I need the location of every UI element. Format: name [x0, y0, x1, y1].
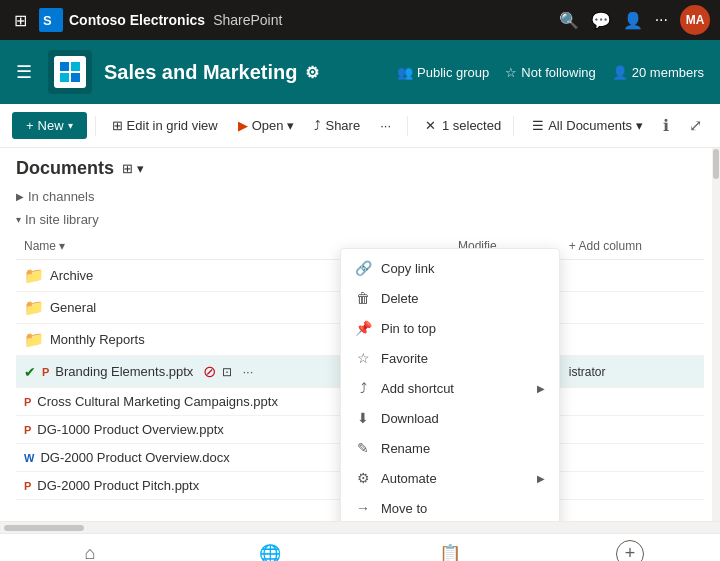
horizontal-scrollbar[interactable]: [0, 521, 720, 533]
site-meta: 👥 Public group ☆ Not following 👤 20 memb…: [397, 65, 704, 80]
shortcut-icon: ⤴: [355, 380, 371, 396]
arrow-right-icon: ▶: [537, 473, 545, 484]
home-nav-item[interactable]: ⌂: [0, 539, 180, 561]
document-nav-item[interactable]: 📋: [360, 539, 540, 562]
bottom-navigation: ⌂ 🌐 📋 +: [0, 533, 720, 561]
menu-item-automate[interactable]: ⚙ Automate ▶: [341, 463, 559, 493]
edit-grid-view-button[interactable]: ⊞ Edit in grid view: [104, 112, 226, 139]
docs-title: Documents: [16, 158, 114, 179]
pptx-icon: P: [24, 396, 31, 408]
clone-icon: ⊡: [222, 365, 232, 379]
menu-item-add-shortcut[interactable]: ⤴ Add shortcut ▶: [341, 373, 559, 403]
open-button[interactable]: ▶ Open ▾: [230, 112, 303, 139]
document-icon: 📋: [439, 543, 461, 562]
vertical-scrollbar[interactable]: [712, 148, 720, 521]
menu-item-rename[interactable]: ✎ Rename: [341, 433, 559, 463]
separator-2: [407, 116, 408, 136]
pptx-icon: P: [24, 424, 31, 436]
file-modifier: istrator: [561, 356, 704, 388]
star-icon: ☆: [355, 350, 371, 366]
add-button[interactable]: +: [616, 540, 644, 562]
hamburger-icon[interactable]: ☰: [16, 61, 32, 83]
automate-icon: ⚙: [355, 470, 371, 486]
expand-button[interactable]: ⤢: [683, 112, 708, 139]
more-actions-button[interactable]: ···: [372, 112, 399, 139]
pptx-icon: P: [42, 366, 49, 378]
info-button[interactable]: ℹ: [657, 112, 675, 139]
all-documents-button[interactable]: ☰ All Documents ▾: [526, 114, 649, 137]
menu-item-pin-to-top[interactable]: 📌 Pin to top: [341, 313, 559, 343]
scrollbar-thumb: [713, 149, 719, 179]
pin-icon: 📌: [355, 320, 371, 336]
file-more-button[interactable]: ···: [238, 362, 257, 381]
site-library-section: ▾ In site library: [16, 210, 704, 229]
site-header: ☰ Sales and Marketing ⚙ 👥 Public group ☆…: [0, 40, 720, 104]
svg-rect-3: [71, 62, 80, 71]
chevron-down-icon: ▾: [16, 214, 21, 225]
chevron-down-icon: ▾: [287, 118, 294, 133]
pptx-icon: P: [24, 480, 31, 492]
checkout-icon: ⊘: [203, 362, 216, 381]
public-group[interactable]: 👥 Public group: [397, 65, 489, 80]
add-nav-item[interactable]: +: [540, 536, 720, 562]
members-icon: 👤: [612, 65, 628, 80]
in-site-library-header[interactable]: ▾ In site library: [16, 210, 704, 229]
avatar[interactable]: MA: [680, 5, 710, 35]
members-count[interactable]: 👤 20 members: [612, 65, 704, 80]
separator: [95, 116, 96, 136]
globe-icon: 🌐: [259, 543, 281, 562]
new-button[interactable]: + New ▾: [12, 112, 87, 139]
home-icon: ⌂: [85, 543, 96, 561]
company-logo: S Contoso Electronics: [39, 8, 205, 32]
svg-rect-2: [60, 62, 69, 71]
site-logo: [48, 50, 92, 94]
docs-view-button[interactable]: ⊞ ▾: [122, 161, 144, 176]
context-menu: 🔗 Copy link 🗑 Delete 📌 Pin to top ☆ Favo…: [340, 248, 560, 521]
move-icon: →: [355, 500, 371, 516]
svg-text:S: S: [43, 13, 52, 28]
chevron-right-icon: ▶: [16, 191, 24, 202]
separator-3: [513, 116, 514, 136]
add-column-header[interactable]: + Add column: [561, 233, 704, 260]
plus-icon: +: [26, 118, 34, 133]
chevron-down-icon: ▾: [636, 118, 643, 133]
not-following[interactable]: ☆ Not following: [505, 65, 595, 80]
top-nav-right: 🔍 💬 👤 ··· MA: [559, 5, 710, 35]
search-icon[interactable]: 🔍: [559, 11, 579, 30]
more-icon[interactable]: ···: [655, 11, 668, 29]
download-icon: ⬇: [355, 410, 371, 426]
star-icon: ☆: [505, 65, 517, 80]
svg-rect-5: [71, 73, 80, 82]
chevron-down-icon: ▾: [68, 120, 73, 131]
menu-item-favorite[interactable]: ☆ Favorite: [341, 343, 559, 373]
toolbar: + New ▾ ⊞ Edit in grid view ▶ Open ▾ ⤴ S…: [0, 104, 720, 148]
menu-item-download[interactable]: ⬇ Download: [341, 403, 559, 433]
contacts-icon[interactable]: 👤: [623, 11, 643, 30]
site-logo-inner: [54, 56, 86, 88]
check-icon: ✔: [24, 364, 36, 380]
folder-icon: 📁: [24, 266, 44, 285]
menu-item-delete[interactable]: 🗑 Delete: [341, 283, 559, 313]
arrow-right-icon: ▶: [537, 383, 545, 394]
site-gear-icon[interactable]: ⚙: [305, 63, 319, 82]
apps-grid-icon[interactable]: ⊞: [10, 7, 31, 34]
in-channels-header[interactable]: ▶ In channels: [16, 187, 704, 206]
web-nav-item[interactable]: 🌐: [180, 539, 360, 562]
folder-icon: 📁: [24, 298, 44, 317]
selected-badge: ✕ 1 selected: [425, 118, 501, 133]
share-icon: ⤴: [314, 118, 321, 133]
docs-header: Documents ⊞ ▾: [16, 158, 704, 179]
docx-icon: W: [24, 452, 34, 464]
chat-icon[interactable]: 💬: [591, 11, 611, 30]
channels-section: ▶ In channels: [16, 187, 704, 206]
close-icon[interactable]: ✕: [425, 118, 436, 133]
toolbar-right: ✕ 1 selected ☰ All Documents ▾ ℹ ⤢: [425, 112, 708, 139]
company-name: Contoso Electronics: [69, 12, 205, 28]
share-button[interactable]: ⤴ Share: [306, 112, 368, 139]
menu-item-move-to[interactable]: → Move to: [341, 493, 559, 521]
rename-icon: ✎: [355, 440, 371, 456]
menu-item-copy-link[interactable]: 🔗 Copy link: [341, 253, 559, 283]
svg-rect-4: [60, 73, 69, 82]
main-content: Documents ⊞ ▾ ▶ In channels ▾ In site li…: [0, 148, 720, 521]
link-icon: 🔗: [355, 260, 371, 276]
